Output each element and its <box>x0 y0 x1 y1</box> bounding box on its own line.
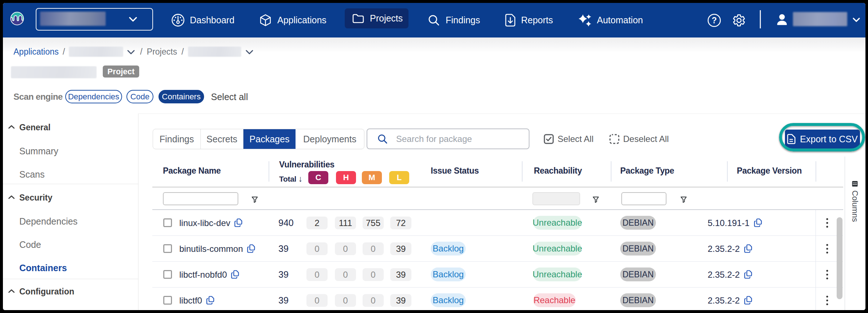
svg-text:?: ? <box>712 16 717 25</box>
